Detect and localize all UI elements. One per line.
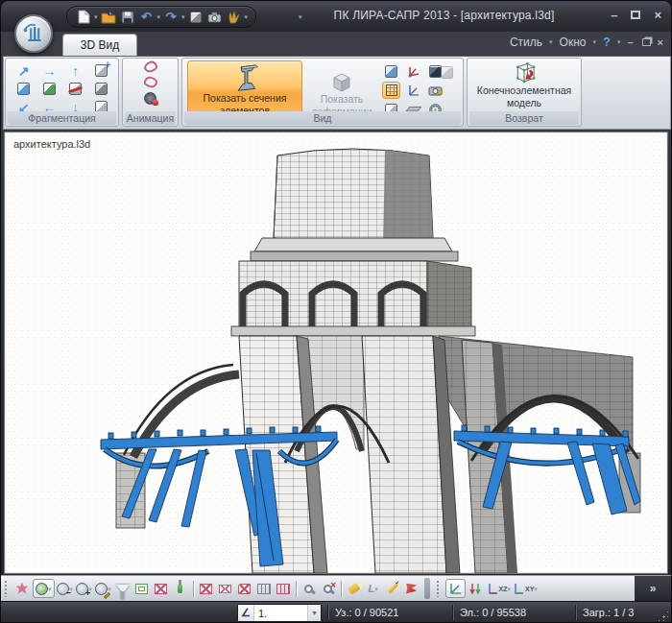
- fragment-cube-cut-icon[interactable]: [69, 83, 82, 95]
- new-dropdown-icon[interactable]: ▾: [94, 13, 98, 20]
- group-return: Конечноэлементная модель Возврат: [467, 58, 582, 127]
- group-view: Показать сечения элементов Показать дефо…: [181, 58, 464, 127]
- group-fragmentation: ↗ → ↑ + ↙ ← ↓ Фрагментация: [5, 58, 119, 127]
- flashlight-icon[interactable]: [346, 579, 363, 598]
- toolbar-grip[interactable]: [4, 580, 9, 597]
- select-elements-box-icon[interactable]: [217, 579, 234, 598]
- app-menu-logo[interactable]: [14, 14, 53, 53]
- help-icon[interactable]: ?: [603, 35, 611, 49]
- brush-icon[interactable]: [172, 579, 189, 598]
- mark-pencil-icon[interactable]: ▾: [95, 579, 112, 598]
- fe-model-button[interactable]: Конечноэлементная модель: [471, 60, 577, 110]
- toolbar-separator: [341, 581, 342, 597]
- save-icon[interactable]: [119, 9, 136, 25]
- filter-icon[interactable]: [114, 579, 132, 598]
- plane-xy-icon[interactable]: XY▾: [513, 579, 538, 598]
- open-folder-icon[interactable]: [100, 9, 117, 25]
- fragment-right-icon[interactable]: →: [43, 64, 57, 78]
- viewport-3d[interactable]: архитектура.l3d: [4, 132, 668, 574]
- status-nodes: Уз.: 0 / 90521: [335, 607, 398, 618]
- view-camera-lock-icon[interactable]: [426, 82, 444, 99]
- ribbon: ↗ → ↑ + ↙ ← ↓ Фрагментация Аним: [3, 56, 671, 130]
- mdi-close-button[interactable]: ×: [658, 36, 663, 48]
- gesture-dropdown-icon[interactable]: ▾: [245, 13, 249, 20]
- length-icon[interactable]: L▾: [365, 579, 382, 598]
- minimize-button[interactable]: –: [611, 9, 617, 21]
- spatial-model-icon[interactable]: [187, 9, 204, 25]
- fe-model-label: Конечноэлементная модель: [471, 84, 577, 108]
- toolbar-overflow[interactable]: »: [635, 576, 671, 601]
- redo-dropdown-icon[interactable]: ▾: [181, 13, 185, 20]
- plane-xz-icon[interactable]: XZ▾: [487, 579, 511, 598]
- status-elements: Эл.: 0 / 95538: [460, 607, 526, 618]
- menu-window-dropdown-icon[interactable]: ▾: [592, 38, 596, 45]
- fragment-add-cube-icon[interactable]: +: [95, 64, 108, 77]
- status-separator: [575, 605, 576, 620]
- axes-view-icon[interactable]: [445, 579, 466, 598]
- animation-record-icon[interactable]: [144, 92, 156, 105]
- flag-icon[interactable]: [403, 579, 420, 598]
- animation-loop-icon[interactable]: [142, 60, 158, 74]
- view-axes-color-icon[interactable]: [404, 82, 422, 99]
- view-ghost-cube-icon[interactable]: [438, 63, 456, 81]
- deform-cube-icon: [329, 70, 354, 93]
- polyfilter-icon[interactable]: [133, 579, 151, 598]
- toolbar-splitter[interactable]: [424, 578, 430, 599]
- menu-window[interactable]: Окно: [560, 36, 587, 49]
- menu-style[interactable]: Стиль: [510, 36, 542, 49]
- pencil-icon[interactable]: [384, 579, 401, 598]
- status-separator: [327, 605, 328, 620]
- view-mesh-cube-icon[interactable]: [382, 82, 400, 99]
- select-elements-x-icon[interactable]: [198, 579, 215, 598]
- select-frame-icon[interactable]: [153, 579, 170, 598]
- project-down-icon[interactable]: [468, 579, 485, 598]
- group-animation: Анимация: [122, 58, 179, 127]
- maximize-button[interactable]: [631, 9, 640, 21]
- app-window: ▾ ↶ ▾ ↷ ▾ ▾ ▾ ПК ЛИРА-САПР 2013 - [архит…: [0, 0, 672, 623]
- camera-icon[interactable]: [206, 9, 224, 25]
- view-cube-icon[interactable]: [382, 62, 400, 80]
- toolbar-grip-2[interactable]: [436, 580, 441, 597]
- gesture-icon[interactable]: [226, 9, 243, 25]
- new-document-icon[interactable]: [75, 9, 92, 25]
- frame-gray-icon[interactable]: [255, 579, 273, 598]
- help-dropdown-icon[interactable]: ▾: [617, 38, 621, 45]
- title-bar: ▾ ↶ ▾ ↷ ▾ ▾ ▾ ПК ЛИРА-САПР 2013 - [архит…: [1, 1, 671, 32]
- tab-row: 3D Вид Стиль ▾ Окно ▾ ? ▾ – ×: [1, 32, 671, 56]
- tab-3d-view[interactable]: 3D Вид: [62, 34, 137, 56]
- group-label-view: Вид: [184, 111, 461, 125]
- mdi-minimize-button[interactable]: –: [627, 36, 633, 48]
- resize-grip[interactable]: [657, 610, 668, 621]
- menu-style-dropdown-icon[interactable]: ▾: [549, 38, 553, 45]
- tower-upper-block: [231, 261, 475, 336]
- fragment-cube-blue-icon[interactable]: [17, 83, 30, 95]
- mdi-restore-button[interactable]: [640, 36, 651, 48]
- group-label-return: Возврат: [469, 111, 579, 125]
- view-axes-red-icon[interactable]: [404, 62, 422, 80]
- fragment-up-right-icon[interactable]: ↗: [18, 64, 30, 78]
- zoom-icon[interactable]: [300, 579, 318, 598]
- close-button[interactable]: ×: [654, 9, 661, 21]
- fe-model-icon: [509, 60, 540, 84]
- undo-icon[interactable]: ↶: [138, 9, 156, 25]
- toolbar-separator: [296, 581, 297, 597]
- selection-combo-dropdown-icon[interactable]: ▾: [307, 605, 321, 621]
- qat-customize-icon[interactable]: ▾: [299, 13, 302, 20]
- frame-red-icon[interactable]: [275, 579, 292, 598]
- fragment-cube-green-icon[interactable]: [43, 83, 56, 95]
- select-node-icon[interactable]: ▾: [33, 579, 55, 598]
- deselect-icon[interactable]: −▾: [57, 579, 74, 598]
- group-label-animation: Анимация: [125, 111, 176, 125]
- polygon-select-icon[interactable]: [13, 579, 31, 598]
- redo-icon[interactable]: ↷: [162, 9, 180, 25]
- selection-combo[interactable]: ∠ 1. ▾: [237, 604, 322, 622]
- fragment-cube-gray-icon[interactable]: [95, 83, 108, 95]
- rotate-elements-icon[interactable]: [236, 579, 253, 598]
- tower-cornice: [251, 238, 458, 261]
- fragment-up-icon[interactable]: ↑: [72, 64, 79, 78]
- zoom-cancel-icon[interactable]: ×: [320, 579, 337, 598]
- status-loadcase: Загр.: 1 / 3: [583, 607, 634, 618]
- select-all-icon[interactable]: +▾: [76, 579, 93, 598]
- animation-path-icon[interactable]: [142, 75, 157, 88]
- undo-dropdown-icon[interactable]: ▾: [157, 13, 161, 20]
